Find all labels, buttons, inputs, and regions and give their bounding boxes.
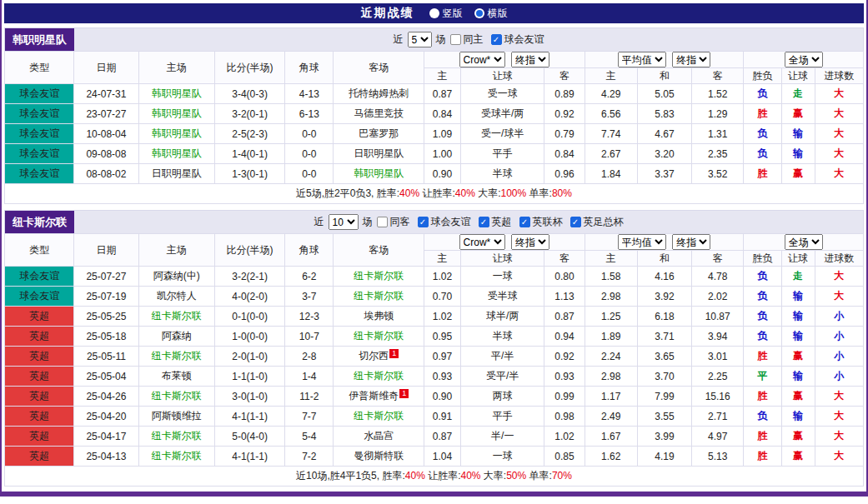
filter-checkbox[interactable]: ✓球会友谊 — [418, 215, 471, 229]
filter-checkbox[interactable]: ✓英超 — [479, 215, 512, 229]
away-team[interactable]: 切尔西1 — [334, 347, 424, 367]
checkbox-icon[interactable]: ✓ — [570, 217, 581, 227]
match-count-select[interactable]: 5 — [408, 32, 432, 47]
view-mode-toggle: 竖版 横版 — [429, 7, 508, 21]
home-team[interactable]: 韩职明星队 — [138, 84, 214, 104]
avg-odds-away: 10.87 — [692, 307, 744, 327]
col-header-type: 类型 — [5, 52, 74, 84]
match-score: 3-0(1-0) — [214, 387, 284, 407]
summary-segment: 80% — [552, 187, 572, 199]
home-team[interactable]: 韩职明星队 — [138, 124, 214, 144]
checkbox-icon[interactable]: ✓ — [418, 217, 429, 227]
handicap-result-cell: 输 — [781, 144, 815, 164]
recent-results-page: 近期战绩 竖版 横版 韩职明星队 近 5 场 同主✓球会友谊 — [0, 0, 868, 497]
avg-source-select[interactable]: 平均值 — [618, 52, 666, 67]
away-team[interactable]: 曼彻斯特联 — [334, 447, 424, 467]
matches-label: 场 — [436, 32, 446, 47]
avg-odds-home: 2.67 — [585, 144, 637, 164]
filter-checkbox[interactable]: 同客 — [377, 215, 410, 229]
home-team[interactable]: 韩职明星队 — [138, 104, 214, 124]
match-count-select[interactable]: 10 — [329, 214, 359, 230]
col-header-home: 主场 — [138, 52, 214, 84]
result-cell: 胜 — [744, 427, 781, 447]
handicap-result-cell: 输 — [781, 124, 815, 144]
away-team[interactable]: 水晶宫 — [334, 427, 424, 447]
scope-select[interactable]: 全场 — [785, 234, 823, 250]
home-team[interactable]: 纽卡斯尔联 — [138, 387, 214, 407]
home-team[interactable]: 纽卡斯尔联 — [138, 427, 214, 447]
checkbox-icon[interactable] — [377, 217, 388, 227]
home-team[interactable]: 阿森纳 — [138, 327, 214, 347]
radio-unchecked-icon[interactable] — [429, 8, 439, 18]
result-cell: 负 — [744, 144, 781, 164]
home-team[interactable]: 凯尔特人 — [138, 287, 214, 307]
filter-bar: 近 5 场 同主✓球会友谊 — [74, 28, 863, 51]
view-option-horizontal[interactable]: 横版 — [474, 7, 508, 21]
away-team[interactable]: 托特纳姆热刺 — [334, 84, 424, 104]
away-team[interactable]: 埃弗顿 — [334, 307, 424, 327]
match-date: 25-04-26 — [74, 387, 138, 407]
match-date: 25-04-13 — [74, 447, 138, 467]
filter-checkbox[interactable]: ✓英联杯 — [519, 215, 563, 229]
handicap-odds-away: 0.85 — [544, 447, 585, 467]
checkbox-icon[interactable]: ✓ — [519, 217, 530, 227]
odds-source-select[interactable]: Crow* — [459, 234, 505, 250]
avg-time-select[interactable]: 终指 — [672, 52, 710, 67]
away-team[interactable]: 马德里竞技 — [334, 104, 424, 124]
handicap-odds-away: 0.92 — [544, 104, 585, 124]
home-team[interactable]: 纽卡斯尔联 — [138, 307, 214, 327]
home-team[interactable]: 韩职明星队 — [138, 144, 214, 164]
home-team[interactable]: 日职明星队 — [138, 164, 214, 184]
home-team[interactable]: 阿斯顿维拉 — [138, 407, 214, 427]
radio-checked-icon[interactable] — [474, 8, 484, 18]
match-date: 25-05-18 — [74, 327, 138, 347]
results-body: 球会友谊25-07-27阿森纳(中)3-2(2-1)6-2纽卡斯尔联1.02一球… — [5, 267, 864, 467]
away-team[interactable]: 纽卡斯尔联 — [334, 407, 424, 427]
goals-result-cell: 小 — [815, 347, 863, 367]
home-team[interactable]: 阿森纳(中) — [138, 267, 214, 287]
filter-checkbox[interactable]: 同主 — [450, 32, 484, 47]
handicap-line: 平/半 — [461, 347, 544, 367]
result-cell: 负 — [744, 307, 781, 327]
handicap-odds-home: 0.97 — [424, 347, 460, 367]
handicap-line: 半球 — [461, 327, 544, 347]
away-team[interactable]: 纽卡斯尔联 — [334, 327, 424, 347]
checkbox-icon[interactable]: ✓ — [491, 34, 502, 45]
handicap-result-cell: 输 — [781, 327, 815, 347]
odds-time-select[interactable]: 终指 — [511, 52, 549, 67]
checkbox-icon[interactable] — [450, 34, 461, 45]
match-score: 2-5(2-3) — [214, 124, 284, 144]
avg-source-select[interactable]: 平均值 — [618, 234, 666, 250]
avg-odds-away: 1.31 — [692, 124, 744, 144]
avg-time-select[interactable]: 终指 — [672, 234, 710, 250]
home-team[interactable]: 纽卡斯尔联 — [138, 347, 214, 367]
handicap-odds-away: 0.89 — [544, 84, 585, 104]
summary-segment: 让胜率: — [419, 187, 455, 199]
handicap-odds-home: 0.70 — [424, 287, 460, 307]
home-team[interactable]: 纽卡斯尔联 — [138, 447, 214, 467]
match-date: 08-08-02 — [74, 164, 138, 184]
away-team[interactable]: 纽卡斯尔联 — [334, 267, 424, 287]
view-option-vertical[interactable]: 竖版 — [429, 7, 463, 21]
odds-time-select[interactable]: 终指 — [511, 234, 549, 250]
filter-bar: 近 10 场 同客✓球会友谊✓英超✓英联杯✓英足总杯 — [74, 211, 863, 233]
result-cell: 胜 — [744, 164, 781, 184]
handicap-odds-home: 1.00 — [424, 144, 460, 164]
avg-odds-group: 平均值 终指 — [585, 234, 744, 251]
odds-source-select[interactable]: Crow* — [459, 52, 505, 67]
home-team[interactable]: 布莱顿 — [138, 367, 214, 387]
away-team[interactable]: 纽卡斯尔联 — [334, 287, 424, 307]
filter-checkbox[interactable]: ✓英足总杯 — [570, 215, 624, 229]
away-team[interactable]: 纽卡斯尔联 — [334, 367, 424, 387]
away-team[interactable]: 韩职明星队 — [334, 164, 424, 184]
match-row: 英超25-04-20阿斯顿维拉4-1(1-1)7-7纽卡斯尔联0.91平手0.9… — [5, 407, 864, 427]
scope-select[interactable]: 全场 — [785, 52, 823, 67]
checkbox-label: 球会友谊 — [504, 32, 544, 47]
filter-checkbox[interactable]: ✓球会友谊 — [491, 32, 544, 47]
away-team[interactable]: 巴塞罗那 — [334, 124, 424, 144]
match-type-badge: 英超 — [5, 307, 74, 327]
away-team[interactable]: 日职明星队 — [334, 144, 424, 164]
avg-odds-draw: 4.67 — [637, 124, 691, 144]
checkbox-icon[interactable]: ✓ — [479, 217, 489, 227]
away-team[interactable]: 伊普斯维奇1 — [334, 387, 424, 407]
